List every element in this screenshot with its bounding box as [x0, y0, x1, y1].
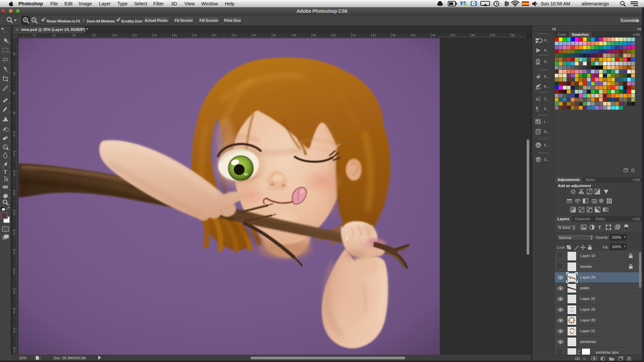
svg-text:ku: ku — [537, 144, 540, 147]
svg-text:A: A — [536, 96, 539, 102]
svg-text:GG: GG — [537, 159, 541, 162]
svg-text:T: T — [3, 169, 7, 175]
svg-text:¶: ¶ — [536, 106, 539, 112]
svg-text:T: T — [598, 225, 601, 230]
